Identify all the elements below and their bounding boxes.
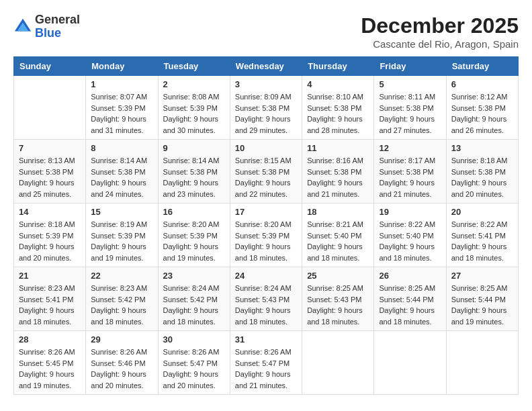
- day-number: 24: [235, 271, 297, 281]
- day-number: 1: [91, 79, 152, 89]
- day-cell: [446, 331, 518, 395]
- day-info: Sunrise: 8:23 AMSunset: 5:41 PMDaylight:…: [19, 283, 81, 327]
- day-cell: [14, 76, 86, 140]
- day-number: 19: [379, 207, 441, 217]
- day-number: 31: [235, 334, 297, 345]
- day-cell: 5Sunrise: 8:11 AMSunset: 5:38 PMDaylight…: [374, 76, 446, 140]
- day-cell: 19Sunrise: 8:22 AMSunset: 5:40 PMDayligh…: [374, 203, 446, 267]
- day-number: 2: [163, 79, 225, 89]
- day-info: Sunrise: 8:25 AMSunset: 5:44 PMDaylight:…: [379, 283, 441, 327]
- weekday-header-saturday: Saturday: [446, 57, 518, 76]
- weekday-header-thursday: Thursday: [302, 57, 374, 76]
- day-cell: 9Sunrise: 8:14 AMSunset: 5:38 PMDaylight…: [158, 140, 230, 203]
- day-number: 13: [451, 143, 513, 153]
- day-info: Sunrise: 8:20 AMSunset: 5:39 PMDaylight:…: [235, 219, 297, 263]
- day-info: Sunrise: 8:22 AMSunset: 5:40 PMDaylight:…: [379, 219, 441, 263]
- day-cell: 17Sunrise: 8:20 AMSunset: 5:39 PMDayligh…: [230, 203, 302, 267]
- day-cell: 10Sunrise: 8:15 AMSunset: 5:38 PMDayligh…: [230, 140, 302, 203]
- day-info: Sunrise: 8:08 AMSunset: 5:39 PMDaylight:…: [163, 91, 225, 136]
- location-title: Cascante del Rio, Aragon, Spain: [361, 38, 519, 50]
- day-cell: 23Sunrise: 8:24 AMSunset: 5:42 PMDayligh…: [158, 267, 230, 331]
- day-number: 5: [379, 79, 441, 89]
- day-info: Sunrise: 8:24 AMSunset: 5:43 PMDaylight:…: [235, 283, 297, 327]
- month-title: December 2025: [361, 13, 519, 38]
- day-number: 25: [307, 271, 369, 281]
- day-info: Sunrise: 8:14 AMSunset: 5:38 PMDaylight:…: [91, 155, 152, 199]
- day-info: Sunrise: 8:15 AMSunset: 5:38 PMDaylight:…: [235, 155, 297, 199]
- day-number: 30: [163, 334, 225, 345]
- day-number: 27: [451, 271, 513, 281]
- day-info: Sunrise: 8:20 AMSunset: 5:39 PMDaylight:…: [163, 219, 225, 263]
- day-cell: 11Sunrise: 8:16 AMSunset: 5:38 PMDayligh…: [302, 140, 374, 203]
- day-number: 9: [163, 143, 225, 153]
- day-number: 16: [163, 207, 225, 217]
- day-number: 14: [19, 207, 81, 217]
- day-info: Sunrise: 8:24 AMSunset: 5:42 PMDaylight:…: [163, 283, 225, 327]
- day-info: Sunrise: 8:09 AMSunset: 5:38 PMDaylight:…: [235, 91, 297, 136]
- day-cell: 12Sunrise: 8:17 AMSunset: 5:38 PMDayligh…: [374, 140, 446, 203]
- logo-blue-text: Blue: [35, 27, 80, 40]
- day-cell: 14Sunrise: 8:18 AMSunset: 5:39 PMDayligh…: [14, 203, 86, 267]
- day-cell: 6Sunrise: 8:12 AMSunset: 5:38 PMDaylight…: [446, 76, 518, 140]
- day-cell: 27Sunrise: 8:25 AMSunset: 5:44 PMDayligh…: [446, 267, 518, 331]
- day-cell: 25Sunrise: 8:25 AMSunset: 5:43 PMDayligh…: [302, 267, 374, 331]
- day-cell: 21Sunrise: 8:23 AMSunset: 5:41 PMDayligh…: [14, 267, 86, 331]
- day-number: 26: [379, 271, 441, 281]
- day-number: 3: [235, 79, 297, 89]
- day-cell: 4Sunrise: 8:10 AMSunset: 5:38 PMDaylight…: [302, 76, 374, 140]
- day-cell: 13Sunrise: 8:18 AMSunset: 5:38 PMDayligh…: [446, 140, 518, 203]
- day-number: 7: [19, 143, 81, 153]
- title-area: December 2025 Cascante del Rio, Aragon, …: [361, 13, 519, 50]
- day-number: 18: [307, 207, 369, 217]
- day-info: Sunrise: 8:07 AMSunset: 5:39 PMDaylight:…: [91, 91, 152, 136]
- day-cell: 29Sunrise: 8:26 AMSunset: 5:46 PMDayligh…: [86, 331, 158, 395]
- week-row-4: 21Sunrise: 8:23 AMSunset: 5:41 PMDayligh…: [14, 267, 519, 331]
- day-number: 6: [451, 79, 513, 89]
- weekday-header-monday: Monday: [86, 57, 158, 76]
- day-cell: 30Sunrise: 8:26 AMSunset: 5:47 PMDayligh…: [158, 331, 230, 395]
- weekday-header-tuesday: Tuesday: [158, 57, 230, 76]
- day-info: Sunrise: 8:18 AMSunset: 5:38 PMDaylight:…: [451, 155, 513, 199]
- day-cell: [374, 331, 446, 395]
- day-cell: 1Sunrise: 8:07 AMSunset: 5:39 PMDaylight…: [86, 76, 158, 140]
- day-info: Sunrise: 8:26 AMSunset: 5:46 PMDaylight:…: [91, 347, 152, 391]
- weekday-header-wednesday: Wednesday: [230, 57, 302, 76]
- day-number: 23: [163, 271, 225, 281]
- day-number: 11: [307, 143, 369, 153]
- day-cell: 15Sunrise: 8:19 AMSunset: 5:39 PMDayligh…: [86, 203, 158, 267]
- day-info: Sunrise: 8:19 AMSunset: 5:39 PMDaylight:…: [91, 219, 152, 263]
- day-info: Sunrise: 8:25 AMSunset: 5:43 PMDaylight:…: [307, 283, 369, 327]
- day-number: 20: [451, 207, 513, 217]
- logo-general-text: General: [35, 13, 80, 27]
- day-number: 21: [19, 271, 81, 281]
- day-info: Sunrise: 8:17 AMSunset: 5:38 PMDaylight:…: [379, 155, 441, 199]
- day-info: Sunrise: 8:21 AMSunset: 5:40 PMDaylight:…: [307, 219, 369, 263]
- day-info: Sunrise: 8:16 AMSunset: 5:38 PMDaylight:…: [307, 155, 369, 199]
- week-row-5: 28Sunrise: 8:26 AMSunset: 5:45 PMDayligh…: [14, 331, 519, 395]
- page-header: General Blue December 2025 Cascante del …: [13, 13, 519, 50]
- day-number: 4: [307, 79, 369, 89]
- day-cell: 22Sunrise: 8:23 AMSunset: 5:42 PMDayligh…: [86, 267, 158, 331]
- day-info: Sunrise: 8:23 AMSunset: 5:42 PMDaylight:…: [91, 283, 152, 327]
- day-cell: 18Sunrise: 8:21 AMSunset: 5:40 PMDayligh…: [302, 203, 374, 267]
- day-cell: [302, 331, 374, 395]
- day-info: Sunrise: 8:13 AMSunset: 5:38 PMDaylight:…: [19, 155, 81, 199]
- weekday-header-sunday: Sunday: [14, 57, 86, 76]
- day-info: Sunrise: 8:26 AMSunset: 5:45 PMDaylight:…: [19, 347, 81, 391]
- week-row-2: 7Sunrise: 8:13 AMSunset: 5:38 PMDaylight…: [14, 140, 519, 203]
- day-info: Sunrise: 8:12 AMSunset: 5:38 PMDaylight:…: [451, 91, 513, 136]
- day-number: 8: [91, 143, 152, 153]
- day-cell: 7Sunrise: 8:13 AMSunset: 5:38 PMDaylight…: [14, 140, 86, 203]
- day-number: 28: [19, 334, 81, 345]
- day-cell: 24Sunrise: 8:24 AMSunset: 5:43 PMDayligh…: [230, 267, 302, 331]
- day-info: Sunrise: 8:25 AMSunset: 5:44 PMDaylight:…: [451, 283, 513, 327]
- day-info: Sunrise: 8:10 AMSunset: 5:38 PMDaylight:…: [307, 91, 369, 136]
- day-cell: 26Sunrise: 8:25 AMSunset: 5:44 PMDayligh…: [374, 267, 446, 331]
- day-number: 15: [91, 207, 152, 217]
- calendar-table: SundayMondayTuesdayWednesdayThursdayFrid…: [13, 56, 519, 395]
- day-number: 12: [379, 143, 441, 153]
- day-cell: 28Sunrise: 8:26 AMSunset: 5:45 PMDayligh…: [14, 331, 86, 395]
- day-info: Sunrise: 8:26 AMSunset: 5:47 PMDaylight:…: [235, 347, 297, 391]
- day-cell: 8Sunrise: 8:14 AMSunset: 5:38 PMDaylight…: [86, 140, 158, 203]
- day-cell: 2Sunrise: 8:08 AMSunset: 5:39 PMDaylight…: [158, 76, 230, 140]
